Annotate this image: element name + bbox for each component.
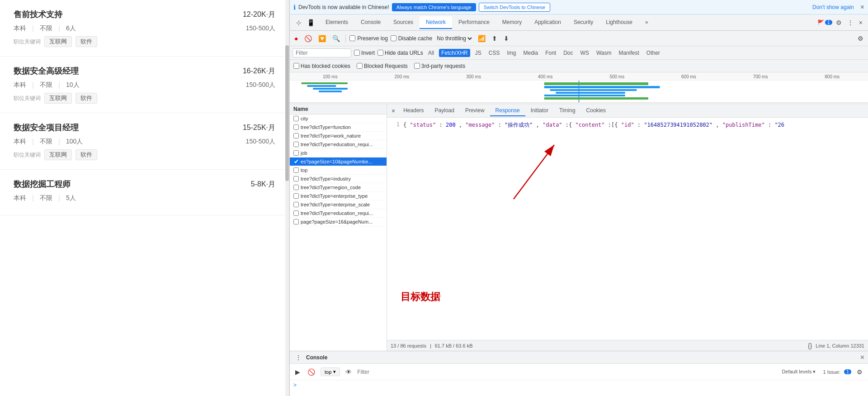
console-settings-button[interactable]: ⚙ [855,367,864,377]
job-tag-3-1[interactable]: 软件 [75,149,97,160]
close-panel-button[interactable]: × [389,106,398,115]
job-card-1[interactable]: 售前技术支持 12-20K·月 本科 ｜ 不限 ｜ 6人 150-500人 职位… [0,0,289,57]
preserve-log-input[interactable] [349,35,355,41]
disable-cache-input[interactable] [391,35,396,41]
device-icon-button[interactable]: 📱 [305,18,316,27]
info-bar-close-button[interactable]: × [860,3,864,11]
console-run-button[interactable]: ▶ [293,367,302,377]
request-item-tree-education[interactable]: tree?dictType=education_requi... [290,140,387,149]
request-checkbox-tree-function[interactable] [293,124,299,130]
request-checkbox-tree-enterprise-scale[interactable] [293,202,299,207]
switch-chinese-button[interactable]: Switch DevTools to Chinese [479,3,550,12]
job-card-2[interactable]: 数据安全高级经理 16-26K·月 本科 ｜ 不限 ｜ 10人 150-500人… [0,57,289,113]
filter-type-ws[interactable]: WS [578,49,591,57]
console-top-selector[interactable]: top ▾ [321,367,340,376]
download-icon-button[interactable]: ⬇ [502,34,511,43]
tab-more[interactable]: » [639,16,655,29]
request-item-tree-work-nature[interactable]: tree?dictType=work_nature [290,132,387,140]
tab-console[interactable]: Console [354,16,387,29]
console-filter-input[interactable] [357,369,778,375]
close-devtools-button[interactable]: × [857,18,864,27]
wifi-icon-button[interactable]: 📶 [476,34,487,43]
blocked-cookies-checkbox[interactable]: Has blocked cookies [293,63,350,69]
more-options-button[interactable]: ⋮ [845,18,855,27]
hide-data-urls-input[interactable] [377,50,383,56]
tab-security[interactable]: Security [567,16,599,29]
request-checkbox-tree-education[interactable] [293,142,299,147]
request-item-es-page[interactable]: es?pageSize=10&pageNumbe... [290,157,387,166]
search-button[interactable]: 🔍 [330,34,342,43]
tab-memory[interactable]: Memory [496,16,528,29]
job-tag-2-0[interactable]: 互联网 [44,93,72,104]
request-item-tree-function[interactable]: tree?dictType=function [290,123,387,132]
filter-type-fetch-xhr[interactable]: Fetch/XHR [439,49,470,57]
response-content[interactable]: 1 { "status" : 200 , "message" : "操作成功" … [387,118,868,340]
record-button[interactable]: ● [292,34,300,43]
response-tab-response[interactable]: Response [490,105,525,116]
console-eye-button[interactable]: 👁 [344,367,354,377]
request-item-tree-enterprise-type[interactable]: tree?dictType=enterprise_type [290,192,387,200]
request-checkbox-page-size[interactable] [293,219,299,224]
filter-type-img[interactable]: Img [505,49,518,57]
dont-show-again-link[interactable]: Don't show again [812,4,854,10]
left-scrollbar[interactable] [285,0,289,396]
request-item-tree-enterprise-scale[interactable]: tree?dictType=enterprise_scale [290,200,387,209]
blocked-cookies-input[interactable] [293,63,299,69]
tab-application[interactable]: Application [528,16,567,29]
request-item-top[interactable]: top [290,166,387,175]
filter-type-all[interactable]: All [426,49,436,57]
invert-checkbox[interactable]: Invert [354,50,375,56]
tab-lighthouse[interactable]: Lighthouse [599,16,639,29]
response-tab-preview[interactable]: Preview [460,105,490,116]
filter-type-font[interactable]: Font [543,49,558,57]
filter-type-wasm[interactable]: Wasm [594,49,614,57]
job-tag-1-0[interactable]: 互联网 [44,36,72,47]
request-checkbox-city[interactable] [293,116,299,121]
request-item-tree-industry[interactable]: tree?dictType=industry [290,175,387,183]
invert-input[interactable] [354,50,360,56]
job-tag-2-1[interactable]: 软件 [75,93,97,104]
job-tag-1-1[interactable]: 软件 [75,36,97,47]
request-item-tree-region[interactable]: tree?dictType=region_code [290,183,387,192]
job-card-3[interactable]: 数据安全项目经理 15-25K·月 本科 ｜ 不限 ｜ 100人 150-500… [0,113,289,170]
response-tab-cookies[interactable]: Cookies [581,105,611,116]
hide-data-urls-checkbox[interactable]: Hide data URLs [377,50,423,56]
job-card-4[interactable]: 数据挖掘工程师 5-8K·月 本科 ｜ 不限 ｜ 5人 [0,170,289,215]
request-item-city[interactable]: city [290,115,387,123]
response-tab-initiator[interactable]: Initiator [525,105,554,116]
job-tag-3-0[interactable]: 互联网 [44,149,72,160]
request-checkbox-job[interactable] [293,150,299,156]
match-language-button[interactable]: Always match Chrome's language [392,3,476,11]
filter-type-js[interactable]: JS [473,49,484,57]
clear-button[interactable]: 🚫 [302,34,314,43]
request-item-page-size[interactable]: page?pageSize=16&pageNum... [290,218,387,226]
response-tab-timing[interactable]: Timing [554,105,581,116]
blocked-requests-input[interactable] [357,63,363,69]
preserve-log-checkbox[interactable]: Preserve log [349,35,387,42]
request-checkbox-es-page[interactable] [293,159,299,164]
console-close-button[interactable]: × [860,353,864,362]
console-clear-button[interactable]: 🚫 [306,367,317,377]
filter-type-media[interactable]: Media [521,49,540,57]
request-checkbox-tree-region[interactable] [293,185,299,190]
request-checkbox-tree-industry[interactable] [293,176,299,181]
request-checkbox-tree-work-nature[interactable] [293,133,299,138]
filter-type-manifest[interactable]: Manifest [616,49,641,57]
request-checkbox-top[interactable] [293,167,299,173]
filter-type-doc[interactable]: Doc [561,49,575,57]
tab-performance[interactable]: Performance [452,16,496,29]
network-settings-button[interactable]: ⚙ [856,34,865,43]
request-checkbox-tree-enterprise-type[interactable] [293,193,299,199]
throttle-select[interactable]: No throttling [435,35,473,42]
request-item-job[interactable]: job [290,149,387,157]
network-timeline[interactable]: 100 ms 200 ms 300 ms 400 ms 500 ms 600 m… [290,72,868,104]
filter-type-css[interactable]: CSS [486,49,502,57]
issue-badge-button[interactable]: 🚩 1 [817,19,832,26]
request-checkbox-tree-education2[interactable] [293,210,299,216]
request-item-tree-education2[interactable]: tree?dictType=education_requi... [290,209,387,218]
blocked-requests-checkbox[interactable]: Blocked Requests [357,63,408,69]
filter-input[interactable] [292,48,351,57]
third-party-checkbox[interactable]: 3rd-party requests [414,63,465,69]
console-menu-button[interactable]: ⋮ [293,353,303,362]
upload-icon-button[interactable]: ⬆ [490,34,499,43]
